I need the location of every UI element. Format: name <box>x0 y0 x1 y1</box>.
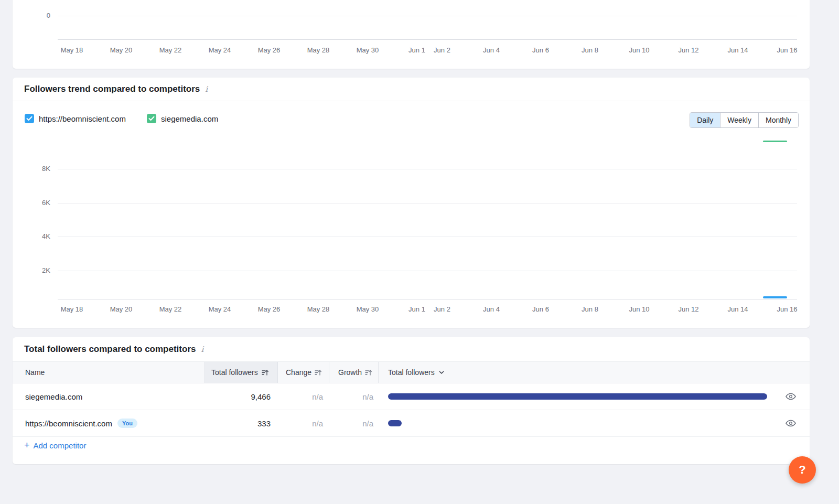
chevron-down-icon <box>438 369 445 376</box>
total-followers-cell: 9,466 <box>205 392 278 401</box>
column-header-label: Total followers <box>211 368 258 377</box>
x-axis-label: May 28 <box>307 46 330 54</box>
x-axis-label: Jun 1 <box>408 46 425 54</box>
page: 0 May 18 May 20 May 22 May 24 May 26 May… <box>0 0 839 504</box>
x-axis-label: Jun 2 <box>434 46 450 54</box>
granularity-switch: Daily Weekly Monthly <box>690 112 799 128</box>
info-icon[interactable]: i <box>201 345 203 354</box>
followers-trend-card: Followers trend compared to competitors … <box>13 78 810 328</box>
column-header-label: Change <box>286 368 311 377</box>
column-header-label: Name <box>25 368 45 377</box>
x-axis-label: Jun 8 <box>582 305 598 313</box>
beomniscient-line-series <box>763 296 787 298</box>
x-axis-label: May 20 <box>110 305 133 313</box>
competitor-name: siegemedia.com <box>25 392 82 401</box>
followers-bar <box>388 420 402 426</box>
x-axis-label: May 26 <box>258 46 281 54</box>
x-axis-label: May 24 <box>209 46 231 54</box>
column-header-label: Growth <box>338 368 362 377</box>
sort-icon <box>365 369 372 376</box>
top-chart-card: 0 May 18 May 20 May 22 May 24 May 26 May… <box>13 0 810 69</box>
card-header: Followers trend compared to competitors … <box>13 78 810 101</box>
y-axis-label: 6K <box>29 199 50 207</box>
legend-label: siegemedia.com <box>161 114 218 123</box>
table-header-row: Name Total followers Change Growth <box>13 361 810 383</box>
x-axis-label: Jun 10 <box>629 305 649 313</box>
y-axis-label-zero: 0 <box>29 12 50 20</box>
gridline <box>58 271 797 271</box>
column-header-label: Total followers <box>388 368 435 377</box>
x-axis-line <box>58 299 797 299</box>
bar-track <box>388 393 767 400</box>
legend-item-siegemedia[interactable]: siegemedia.com <box>147 114 218 123</box>
card-header: Total followers compared to competitors … <box>13 337 810 361</box>
sort-icon <box>262 369 268 376</box>
help-button[interactable]: ? <box>789 456 816 484</box>
eye-icon[interactable] <box>786 420 796 427</box>
gridline <box>58 203 797 203</box>
x-axis-label: Jun 12 <box>678 46 698 54</box>
column-header-bar-metric-select[interactable]: Total followers <box>379 362 810 383</box>
followers-bar-cell <box>379 393 810 400</box>
growth-cell: n/a <box>329 419 379 428</box>
siegemedia-line-series <box>763 141 787 142</box>
granularity-daily-button[interactable]: Daily <box>690 113 720 127</box>
table-row-beomniscient: https://beomniscient.com You 333 n/a n/a <box>13 410 810 437</box>
x-axis-label: Jun 14 <box>727 305 748 313</box>
y-axis-label: 4K <box>29 232 50 241</box>
x-axis-label: Jun 14 <box>727 46 748 54</box>
followers-bar <box>388 393 767 400</box>
table-row-siegemedia: siegemedia.com 9,466 n/a n/a <box>13 383 810 410</box>
y-axis-label: 2K <box>29 266 50 275</box>
legend-label: https://beomniscient.com <box>39 114 126 123</box>
add-competitor-label: Add competitor <box>34 441 87 450</box>
followers-bar-cell <box>379 420 810 427</box>
check-icon <box>148 116 155 121</box>
x-axis-label: Jun 4 <box>483 46 500 54</box>
x-axis-label: May 20 <box>110 46 133 54</box>
x-axis-label: Jun 8 <box>582 46 598 54</box>
x-axis-label: Jun 2 <box>434 305 450 313</box>
sort-icon <box>315 369 321 376</box>
you-badge: You <box>117 419 137 428</box>
x-axis-label: May 26 <box>258 305 281 313</box>
total-followers-cell: 333 <box>205 419 278 428</box>
competitor-name-cell: siegemedia.com <box>13 392 205 401</box>
eye-icon[interactable] <box>786 393 796 400</box>
gridline <box>58 237 797 237</box>
x-axis-label: May 30 <box>357 305 379 313</box>
column-header-name: Name <box>13 362 205 383</box>
growth-cell: n/a <box>329 392 379 401</box>
x-axis-label: May 18 <box>61 305 83 313</box>
x-axis-label: Jun 6 <box>532 305 549 313</box>
info-icon[interactable]: i <box>205 84 208 94</box>
column-header-total-followers[interactable]: Total followers <box>205 362 278 383</box>
add-competitor-button[interactable]: + Add competitor <box>24 441 86 450</box>
x-axis-label: May 18 <box>61 46 83 54</box>
legend-item-beomniscient[interactable]: https://beomniscient.com <box>25 114 126 123</box>
check-icon <box>26 116 33 121</box>
x-axis-label: Jun 6 <box>532 46 549 54</box>
competitor-name: https://beomniscient.com <box>25 419 112 428</box>
checkbox-siegemedia[interactable] <box>147 114 156 123</box>
granularity-monthly-button[interactable]: Monthly <box>758 113 798 127</box>
plus-icon: + <box>24 441 30 450</box>
granularity-weekly-button[interactable]: Weekly <box>720 113 758 127</box>
x-axis-label: Jun 10 <box>629 46 649 54</box>
x-axis-label: Jun 12 <box>678 305 698 313</box>
x-axis-label: May 22 <box>159 46 182 54</box>
competitor-name-cell: https://beomniscient.com You <box>13 419 205 428</box>
y-axis-label: 8K <box>29 165 50 173</box>
x-axis-label: May 22 <box>159 305 182 313</box>
gridline-zero <box>58 16 797 16</box>
x-axis-label: May 24 <box>209 305 231 313</box>
bar-track <box>388 420 767 426</box>
column-header-change[interactable]: Change <box>278 362 329 383</box>
x-axis-label: May 28 <box>307 305 330 313</box>
x-axis-label: Jun 16 <box>777 305 797 313</box>
x-axis-label: Jun 16 <box>777 46 797 54</box>
checkbox-beomniscient[interactable] <box>25 114 34 123</box>
total-followers-card: Total followers compared to competitors … <box>13 337 810 464</box>
gridline <box>58 169 797 169</box>
column-header-growth[interactable]: Growth <box>329 362 379 383</box>
